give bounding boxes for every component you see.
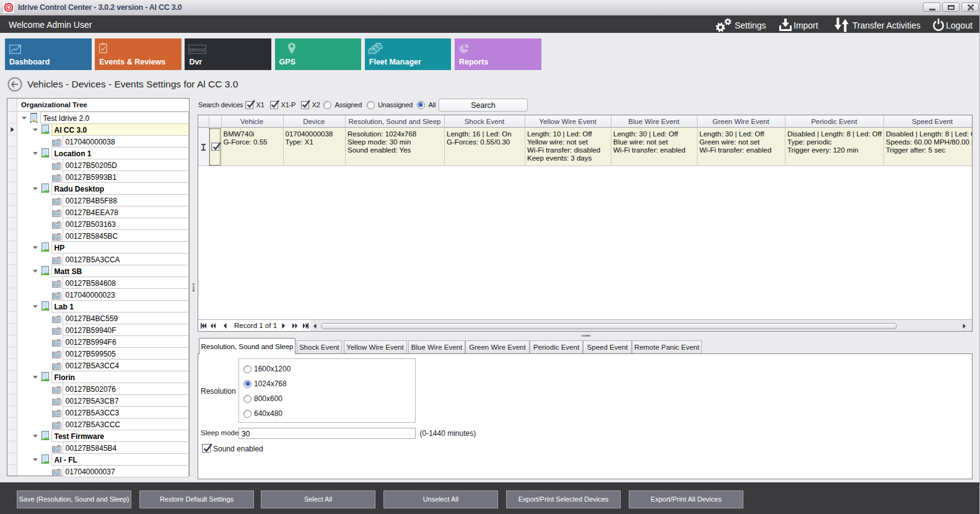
svg-text:MERGE: MERGE xyxy=(190,47,206,51)
